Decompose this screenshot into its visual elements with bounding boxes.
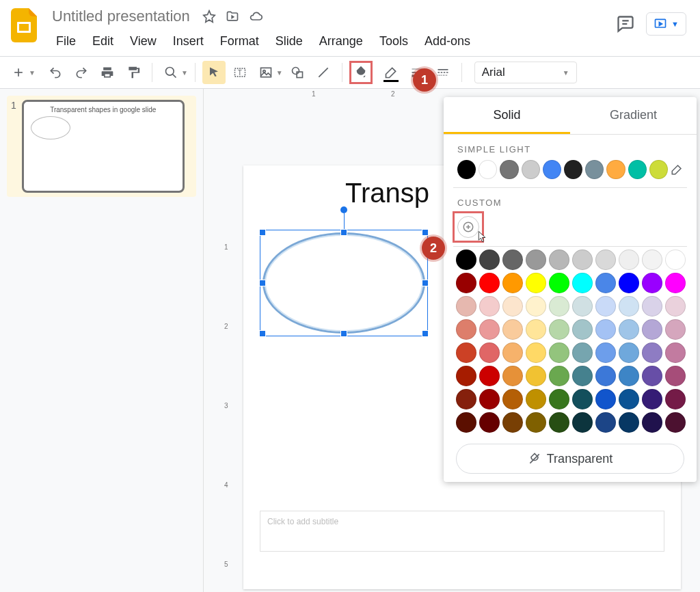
shape-button[interactable] bbox=[286, 61, 309, 84]
selected-shape[interactable] bbox=[262, 232, 425, 334]
color-swatch[interactable] bbox=[549, 319, 569, 340]
color-swatch[interactable] bbox=[572, 273, 593, 293]
color-swatch[interactable] bbox=[619, 296, 639, 317]
color-swatch[interactable] bbox=[642, 412, 662, 433]
theme-swatch[interactable] bbox=[649, 160, 668, 179]
color-swatch[interactable] bbox=[595, 412, 616, 433]
menu-arrange[interactable]: Arrange bbox=[312, 31, 370, 51]
color-swatch[interactable] bbox=[572, 412, 593, 433]
color-swatch[interactable] bbox=[502, 412, 523, 433]
color-swatch[interactable] bbox=[549, 273, 569, 293]
color-swatch[interactable] bbox=[526, 366, 546, 386]
color-swatch[interactable] bbox=[619, 366, 639, 386]
color-swatch[interactable] bbox=[526, 273, 546, 293]
subtitle-placeholder[interactable]: Click to add subtitle bbox=[260, 511, 664, 552]
color-swatch[interactable] bbox=[456, 366, 476, 386]
color-swatch[interactable] bbox=[526, 389, 546, 409]
resize-handle[interactable] bbox=[340, 229, 347, 236]
tab-solid[interactable]: Solid bbox=[444, 97, 570, 134]
slide-panel[interactable]: 1 Transparent shapes in google slide bbox=[0, 89, 204, 592]
color-swatch[interactable] bbox=[572, 319, 593, 340]
color-swatch[interactable] bbox=[619, 250, 639, 270]
color-swatch[interactable] bbox=[479, 296, 500, 317]
color-swatch[interactable] bbox=[619, 342, 639, 363]
color-swatch[interactable] bbox=[456, 273, 476, 293]
color-swatch[interactable] bbox=[456, 319, 476, 340]
color-swatch[interactable] bbox=[665, 412, 686, 433]
color-swatch[interactable] bbox=[502, 250, 523, 270]
color-swatch[interactable] bbox=[572, 342, 593, 363]
color-swatch[interactable] bbox=[549, 389, 569, 409]
theme-swatch[interactable] bbox=[522, 160, 540, 179]
color-swatch[interactable] bbox=[665, 273, 686, 293]
fill-color-button[interactable] bbox=[349, 61, 373, 84]
redo-button[interactable] bbox=[70, 61, 93, 84]
theme-swatch[interactable] bbox=[606, 160, 625, 179]
color-swatch[interactable] bbox=[642, 273, 662, 293]
slide-heading[interactable]: Transp bbox=[345, 178, 429, 208]
resize-handle[interactable] bbox=[422, 330, 429, 337]
color-swatch[interactable] bbox=[526, 342, 546, 363]
color-swatch[interactable] bbox=[642, 319, 662, 340]
print-button[interactable] bbox=[96, 61, 119, 84]
doc-title[interactable]: Untitled presentation bbox=[49, 6, 193, 27]
color-swatch[interactable] bbox=[549, 296, 569, 317]
add-custom-color-button[interactable] bbox=[457, 216, 479, 238]
theme-swatch[interactable] bbox=[543, 160, 561, 179]
resize-handle[interactable] bbox=[259, 229, 266, 236]
color-swatch[interactable] bbox=[665, 389, 686, 409]
undo-button[interactable] bbox=[44, 61, 67, 84]
color-swatch[interactable] bbox=[526, 250, 546, 270]
color-swatch[interactable] bbox=[456, 412, 476, 433]
theme-swatch[interactable] bbox=[628, 160, 647, 179]
color-swatch[interactable] bbox=[456, 342, 476, 363]
present-button[interactable]: ▼ bbox=[646, 12, 686, 36]
color-swatch[interactable] bbox=[479, 366, 500, 386]
comments-icon[interactable] bbox=[616, 14, 635, 33]
theme-swatch[interactable] bbox=[500, 160, 518, 179]
color-swatch[interactable] bbox=[572, 250, 593, 270]
border-color-button[interactable] bbox=[379, 61, 403, 84]
paint-format-button[interactable] bbox=[122, 61, 145, 84]
color-swatch[interactable] bbox=[526, 412, 546, 433]
color-swatch[interactable] bbox=[642, 342, 662, 363]
menu-insert[interactable]: Insert bbox=[166, 31, 211, 51]
color-swatch[interactable] bbox=[502, 366, 523, 386]
color-swatch[interactable] bbox=[526, 319, 546, 340]
color-swatch[interactable] bbox=[665, 296, 686, 317]
font-selector[interactable]: Arial ▼ bbox=[474, 62, 577, 83]
color-swatch[interactable] bbox=[665, 342, 686, 363]
color-swatch[interactable] bbox=[619, 412, 639, 433]
theme-swatch[interactable] bbox=[585, 160, 604, 179]
color-swatch[interactable] bbox=[619, 319, 639, 340]
star-icon[interactable] bbox=[202, 10, 216, 23]
color-swatch[interactable] bbox=[642, 250, 662, 270]
color-swatch[interactable] bbox=[595, 342, 616, 363]
resize-handle[interactable] bbox=[422, 229, 429, 236]
color-swatch[interactable] bbox=[479, 412, 500, 433]
slide-thumbnail[interactable]: Transparent shapes in google slide bbox=[22, 100, 185, 193]
color-swatch[interactable] bbox=[619, 273, 639, 293]
color-swatch[interactable] bbox=[595, 296, 616, 317]
menu-file[interactable]: File bbox=[49, 31, 83, 51]
resize-handle[interactable] bbox=[259, 330, 266, 337]
menu-tools[interactable]: Tools bbox=[373, 31, 415, 51]
menu-slide[interactable]: Slide bbox=[269, 31, 310, 51]
slide-thumb-wrap[interactable]: 1 Transparent shapes in google slide bbox=[7, 96, 196, 197]
color-swatch[interactable] bbox=[572, 366, 593, 386]
insert-image-button[interactable] bbox=[254, 61, 278, 84]
color-swatch[interactable] bbox=[665, 250, 686, 270]
color-swatch[interactable] bbox=[549, 342, 569, 363]
color-swatch[interactable] bbox=[642, 389, 662, 409]
color-swatch[interactable] bbox=[595, 389, 616, 409]
color-swatch[interactable] bbox=[595, 319, 616, 340]
color-swatch[interactable] bbox=[595, 250, 616, 270]
menu-edit[interactable]: Edit bbox=[85, 31, 120, 51]
cloud-status-icon[interactable] bbox=[249, 10, 262, 23]
color-swatch[interactable] bbox=[456, 296, 476, 317]
color-swatch[interactable] bbox=[572, 389, 593, 409]
resize-handle[interactable] bbox=[422, 280, 429, 286]
color-swatch[interactable] bbox=[665, 366, 686, 386]
move-icon[interactable] bbox=[226, 10, 239, 23]
color-swatch[interactable] bbox=[619, 389, 639, 409]
